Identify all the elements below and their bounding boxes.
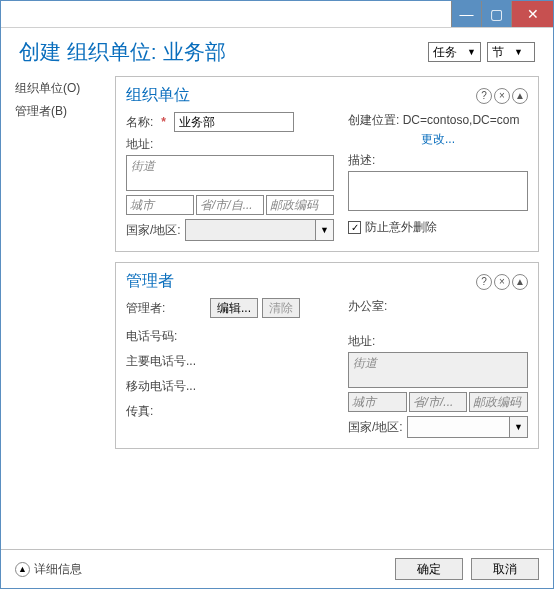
- sections-dropdown-label: 节: [492, 44, 504, 61]
- close-icon[interactable]: ×: [494, 274, 510, 290]
- details-label[interactable]: 详细信息: [34, 561, 82, 578]
- name-input[interactable]: [174, 112, 294, 132]
- manager-label: 管理者:: [126, 300, 206, 317]
- country-dropdown[interactable]: ▼: [185, 219, 334, 241]
- edit-manager-button[interactable]: 编辑...: [210, 298, 258, 318]
- mgr-postal-input: 邮政编码: [469, 392, 528, 412]
- footer: ▲ 详细信息 确定 取消: [1, 549, 553, 588]
- mgr-address-label: 地址:: [348, 333, 528, 350]
- collapse-icon[interactable]: ▲: [512, 274, 528, 290]
- description-label: 描述:: [348, 152, 528, 169]
- postal-input[interactable]: 邮政编码: [266, 195, 334, 215]
- phone-label: 电话号码:: [126, 328, 334, 345]
- page-title: 创建 组织单位: 业务部: [19, 38, 226, 66]
- name-label: 名称:: [126, 114, 153, 131]
- required-mark: *: [161, 115, 166, 129]
- section-manager: 管理者 ? × ▲ 管理者: 编辑... 清除 电话号码: 主要电话号: [115, 262, 539, 449]
- create-location-value: DC=contoso,DC=com: [403, 113, 520, 127]
- sidebar: 组织单位(O) 管理者(B): [15, 76, 107, 459]
- section-ou: 组织单位 ? × ▲ 名称: * 地址: 街道: [115, 76, 539, 252]
- change-location-link[interactable]: 更改...: [421, 132, 455, 146]
- main-phone-label: 主要电话号...: [126, 353, 334, 370]
- close-icon[interactable]: ×: [494, 88, 510, 104]
- mgr-state-input: 省/市/...: [409, 392, 468, 412]
- header: 创建 组织单位: 业务部 任务 ▼ 节 ▼: [1, 28, 553, 72]
- clear-manager-button[interactable]: 清除: [262, 298, 300, 318]
- create-location-label: 创建位置:: [348, 113, 399, 127]
- cancel-button[interactable]: 取消: [471, 558, 539, 580]
- street-input[interactable]: 街道: [126, 155, 334, 191]
- help-icon[interactable]: ?: [476, 274, 492, 290]
- sections-dropdown[interactable]: 节 ▼: [487, 42, 535, 62]
- minimize-button[interactable]: —: [451, 1, 481, 27]
- mobile-phone-label: 移动电话号...: [126, 378, 334, 395]
- sidebar-item-ou[interactable]: 组织单位(O): [15, 80, 107, 97]
- title-bar: — ▢ ✕: [1, 1, 553, 28]
- country-label: 国家/地区:: [126, 222, 181, 239]
- address-label: 地址:: [126, 136, 334, 153]
- tasks-dropdown-label: 任务: [433, 44, 457, 61]
- mgr-country-dropdown[interactable]: ▼: [407, 416, 528, 438]
- chevron-down-icon: ▼: [315, 220, 333, 240]
- mgr-country-label: 国家/地区:: [348, 419, 403, 436]
- description-input[interactable]: [348, 171, 528, 211]
- section-manager-title: 管理者: [126, 271, 174, 292]
- help-icon[interactable]: ?: [476, 88, 492, 104]
- section-ou-title: 组织单位: [126, 85, 190, 106]
- state-input[interactable]: 省/市/自...: [196, 195, 264, 215]
- tasks-dropdown[interactable]: 任务 ▼: [428, 42, 481, 62]
- fax-label: 传真:: [126, 403, 334, 420]
- prevent-delete-checkbox[interactable]: ✓: [348, 221, 361, 234]
- mgr-street-input: 街道: [348, 352, 528, 388]
- close-button[interactable]: ✕: [511, 1, 553, 27]
- collapse-icon[interactable]: ▲: [512, 88, 528, 104]
- chevron-down-icon: ▼: [467, 47, 476, 57]
- ok-button[interactable]: 确定: [395, 558, 463, 580]
- mgr-city-input: 城市: [348, 392, 407, 412]
- maximize-button[interactable]: ▢: [481, 1, 511, 27]
- chevron-down-icon: ▼: [509, 417, 527, 437]
- city-input[interactable]: 城市: [126, 195, 194, 215]
- chevron-down-icon: ▼: [514, 47, 523, 57]
- office-label: 办公室:: [348, 298, 528, 315]
- expand-details-icon[interactable]: ▲: [15, 562, 30, 577]
- sidebar-item-manager[interactable]: 管理者(B): [15, 103, 107, 120]
- prevent-delete-label: 防止意外删除: [365, 219, 437, 236]
